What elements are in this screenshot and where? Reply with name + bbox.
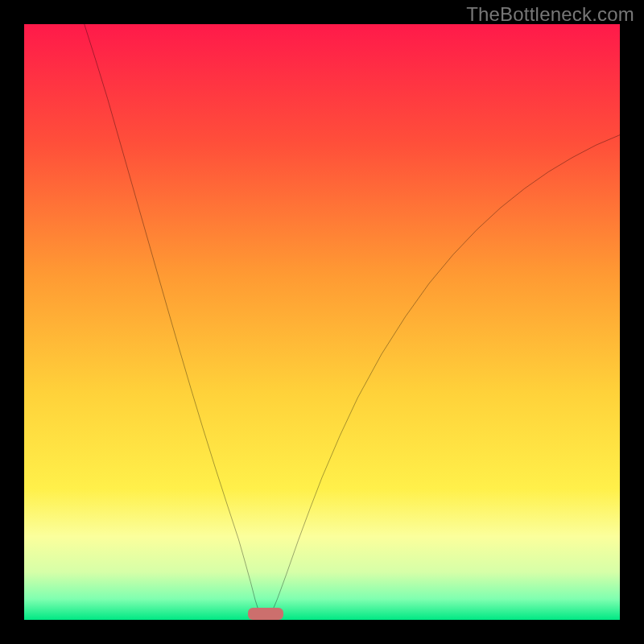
watermark-text: TheBottleneck.com (466, 3, 634, 26)
curve-layer (24, 24, 620, 620)
bottleneck-curve (85, 24, 620, 620)
chart-frame: TheBottleneck.com (0, 0, 644, 644)
optimal-marker (248, 608, 283, 620)
plot-area (24, 24, 620, 620)
